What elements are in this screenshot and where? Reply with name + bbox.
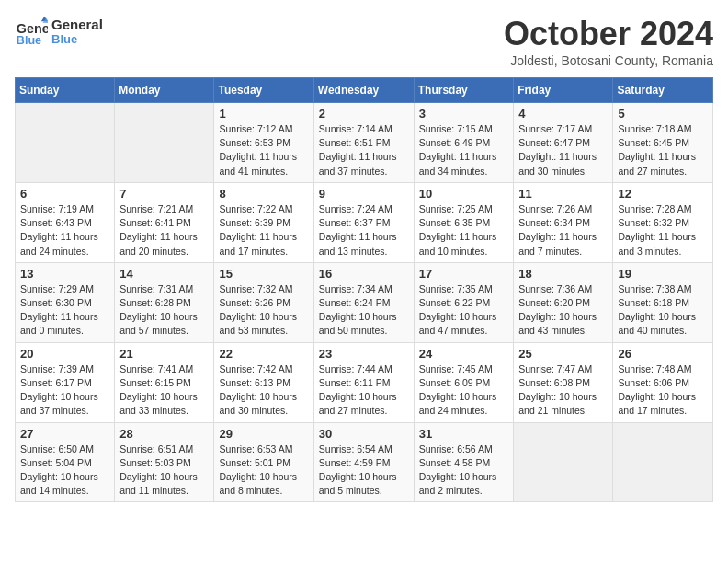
day-info: Sunrise: 7:45 AM Sunset: 6:09 PM Dayligh…: [419, 362, 509, 419]
day-number: 13: [20, 267, 109, 281]
day-info: Sunrise: 7:48 AM Sunset: 6:06 PM Dayligh…: [618, 362, 708, 419]
day-info: Sunrise: 6:53 AM Sunset: 5:01 PM Dayligh…: [219, 442, 308, 499]
calendar-cell: 15Sunrise: 7:32 AM Sunset: 6:26 PM Dayli…: [214, 262, 313, 342]
day-info: Sunrise: 7:32 AM Sunset: 6:26 PM Dayligh…: [219, 282, 308, 339]
day-info: Sunrise: 7:34 AM Sunset: 6:24 PM Dayligh…: [319, 282, 409, 339]
weekday-header-thursday: Thursday: [414, 78, 514, 103]
day-info: Sunrise: 7:31 AM Sunset: 6:28 PM Dayligh…: [119, 282, 209, 339]
calendar-cell: 25Sunrise: 7:47 AM Sunset: 6:08 PM Dayli…: [514, 342, 613, 422]
day-number: 3: [419, 107, 509, 121]
calendar-cell: 18Sunrise: 7:36 AM Sunset: 6:20 PM Dayli…: [514, 262, 613, 342]
calendar-cell: 2Sunrise: 7:14 AM Sunset: 6:51 PM Daylig…: [313, 103, 414, 183]
day-info: Sunrise: 7:19 AM Sunset: 6:43 PM Dayligh…: [20, 202, 109, 259]
day-number: 10: [419, 187, 509, 201]
calendar-cell: 19Sunrise: 7:38 AM Sunset: 6:18 PM Dayli…: [613, 262, 713, 342]
day-info: Sunrise: 7:24 AM Sunset: 6:37 PM Dayligh…: [319, 202, 409, 259]
day-info: Sunrise: 6:51 AM Sunset: 5:03 PM Dayligh…: [119, 442, 209, 499]
day-info: Sunrise: 7:47 AM Sunset: 6:08 PM Dayligh…: [518, 362, 608, 419]
day-info: Sunrise: 7:15 AM Sunset: 6:49 PM Dayligh…: [419, 122, 509, 178]
day-info: Sunrise: 7:22 AM Sunset: 6:39 PM Dayligh…: [219, 202, 308, 259]
calendar-cell: 28Sunrise: 6:51 AM Sunset: 5:03 PM Dayli…: [115, 422, 214, 502]
day-number: 19: [618, 267, 708, 281]
day-info: Sunrise: 7:41 AM Sunset: 6:15 PM Dayligh…: [119, 362, 209, 419]
calendar-cell: 3Sunrise: 7:15 AM Sunset: 6:49 PM Daylig…: [414, 103, 514, 183]
calendar-header: SundayMondayTuesdayWednesdayThursdayFrid…: [16, 78, 713, 103]
calendar-cell: 4Sunrise: 7:17 AM Sunset: 6:47 PM Daylig…: [514, 103, 613, 183]
calendar-cell: 13Sunrise: 7:29 AM Sunset: 6:30 PM Dayli…: [16, 262, 115, 342]
day-number: 25: [518, 347, 608, 361]
day-number: 21: [119, 347, 209, 361]
week-row-1: 6Sunrise: 7:19 AM Sunset: 6:43 PM Daylig…: [16, 182, 713, 262]
day-info: Sunrise: 7:39 AM Sunset: 6:17 PM Dayligh…: [20, 362, 109, 419]
calendar-cell: 27Sunrise: 6:50 AM Sunset: 5:04 PM Dayli…: [16, 422, 115, 502]
logo: General Blue General Blue: [15, 15, 103, 48]
calendar-cell: 31Sunrise: 6:56 AM Sunset: 4:58 PM Dayli…: [414, 422, 514, 502]
day-info: Sunrise: 7:35 AM Sunset: 6:22 PM Dayligh…: [419, 282, 509, 339]
day-number: 4: [518, 107, 608, 121]
calendar-cell: 11Sunrise: 7:26 AM Sunset: 6:34 PM Dayli…: [514, 182, 613, 262]
week-row-3: 20Sunrise: 7:39 AM Sunset: 6:17 PM Dayli…: [16, 342, 713, 422]
week-row-2: 13Sunrise: 7:29 AM Sunset: 6:30 PM Dayli…: [16, 262, 713, 342]
day-info: Sunrise: 7:25 AM Sunset: 6:35 PM Dayligh…: [419, 202, 509, 259]
weekday-header-tuesday: Tuesday: [214, 78, 313, 103]
logo-icon: General Blue: [15, 15, 48, 48]
day-number: 20: [20, 347, 109, 361]
day-number: 26: [618, 347, 708, 361]
day-number: 14: [119, 267, 209, 281]
day-info: Sunrise: 7:12 AM Sunset: 6:53 PM Dayligh…: [219, 122, 308, 178]
calendar-cell: 30Sunrise: 6:54 AM Sunset: 4:59 PM Dayli…: [313, 422, 414, 502]
day-info: Sunrise: 7:18 AM Sunset: 6:45 PM Dayligh…: [618, 122, 708, 178]
location-subtitle: Joldesti, Botosani County, Romania: [504, 53, 713, 68]
header: General Blue General Blue October 2024 J…: [15, 15, 713, 68]
month-title: October 2024: [504, 15, 713, 53]
day-number: 7: [119, 187, 209, 201]
calendar-cell: [16, 103, 115, 183]
calendar-cell: 6Sunrise: 7:19 AM Sunset: 6:43 PM Daylig…: [16, 182, 115, 262]
calendar-cell: 26Sunrise: 7:48 AM Sunset: 6:06 PM Dayli…: [613, 342, 713, 422]
calendar-cell: 24Sunrise: 7:45 AM Sunset: 6:09 PM Dayli…: [414, 342, 514, 422]
day-number: 27: [20, 427, 109, 441]
calendar-cell: 22Sunrise: 7:42 AM Sunset: 6:13 PM Dayli…: [214, 342, 313, 422]
day-number: 9: [319, 187, 409, 201]
day-info: Sunrise: 7:29 AM Sunset: 6:30 PM Dayligh…: [20, 282, 109, 339]
day-number: 5: [618, 107, 708, 121]
calendar-cell: [613, 422, 713, 502]
calendar-cell: 9Sunrise: 7:24 AM Sunset: 6:37 PM Daylig…: [313, 182, 414, 262]
day-number: 29: [219, 427, 308, 441]
day-number: 30: [319, 427, 409, 441]
day-number: 1: [219, 107, 308, 121]
calendar-body: 1Sunrise: 7:12 AM Sunset: 6:53 PM Daylig…: [16, 103, 713, 502]
day-number: 12: [618, 187, 708, 201]
weekday-row: SundayMondayTuesdayWednesdayThursdayFrid…: [16, 78, 713, 103]
logo-general: General: [51, 17, 103, 32]
calendar-cell: [514, 422, 613, 502]
day-number: 23: [319, 347, 409, 361]
week-row-0: 1Sunrise: 7:12 AM Sunset: 6:53 PM Daylig…: [16, 103, 713, 183]
weekday-header-saturday: Saturday: [613, 78, 713, 103]
day-number: 22: [219, 347, 308, 361]
day-number: 16: [319, 267, 409, 281]
calendar-cell: 16Sunrise: 7:34 AM Sunset: 6:24 PM Dayli…: [313, 262, 414, 342]
day-info: Sunrise: 7:21 AM Sunset: 6:41 PM Dayligh…: [119, 202, 209, 259]
calendar-cell: 29Sunrise: 6:53 AM Sunset: 5:01 PM Dayli…: [214, 422, 313, 502]
logo-blue: Blue: [51, 32, 103, 46]
calendar-cell: 14Sunrise: 7:31 AM Sunset: 6:28 PM Dayli…: [115, 262, 214, 342]
day-info: Sunrise: 7:38 AM Sunset: 6:18 PM Dayligh…: [618, 282, 708, 339]
day-info: Sunrise: 7:44 AM Sunset: 6:11 PM Dayligh…: [319, 362, 409, 419]
calendar-table: SundayMondayTuesdayWednesdayThursdayFrid…: [15, 77, 713, 502]
day-number: 2: [319, 107, 409, 121]
day-number: 31: [419, 427, 509, 441]
day-number: 8: [219, 187, 308, 201]
calendar-cell: 23Sunrise: 7:44 AM Sunset: 6:11 PM Dayli…: [313, 342, 414, 422]
svg-text:General: General: [17, 21, 48, 36]
calendar-cell: 17Sunrise: 7:35 AM Sunset: 6:22 PM Dayli…: [414, 262, 514, 342]
day-info: Sunrise: 7:36 AM Sunset: 6:20 PM Dayligh…: [518, 282, 608, 339]
week-row-4: 27Sunrise: 6:50 AM Sunset: 5:04 PM Dayli…: [16, 422, 713, 502]
day-info: Sunrise: 7:28 AM Sunset: 6:32 PM Dayligh…: [618, 202, 708, 259]
weekday-header-monday: Monday: [115, 78, 214, 103]
day-info: Sunrise: 7:17 AM Sunset: 6:47 PM Dayligh…: [518, 122, 608, 178]
day-number: 28: [119, 427, 209, 441]
day-info: Sunrise: 7:14 AM Sunset: 6:51 PM Dayligh…: [319, 122, 409, 178]
calendar-cell: [115, 103, 214, 183]
day-info: Sunrise: 7:26 AM Sunset: 6:34 PM Dayligh…: [518, 202, 608, 259]
